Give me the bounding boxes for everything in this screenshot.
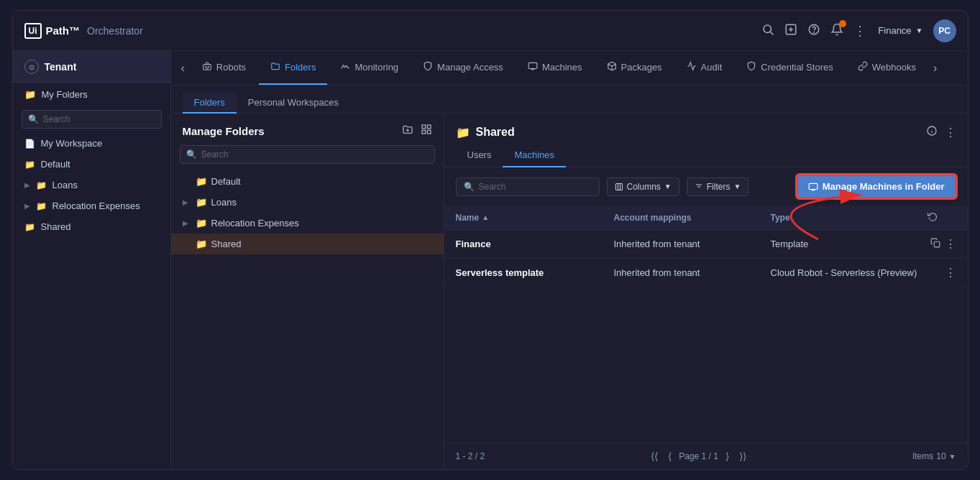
add-icon-btn[interactable] <box>784 23 797 38</box>
left-panel-header: Manage Folders <box>171 124 444 145</box>
pagination: 1 - 2 / 2 ⟨⟨ ⟨ Page 1 / 1 ⟩ ⟩⟩ Items 10 … <box>444 443 968 469</box>
search-icon-btn[interactable] <box>761 23 774 38</box>
toolbar-wrapper: 🔍 Columns ▼ Filters ▼ <box>444 167 968 206</box>
more-icon-btn[interactable]: ⋮ <box>853 24 866 37</box>
page-first-btn[interactable]: ⟨⟨ <box>648 449 661 463</box>
subtab-users[interactable]: Users <box>456 145 503 167</box>
right-panel-title-text: Shared <box>476 126 515 139</box>
table-row: Serverless template Inherited from tenan… <box>444 259 968 287</box>
tab-credential-stores-label: Credential Stores <box>761 62 833 73</box>
inner-tab-personal-workspaces[interactable]: Personal Workspaces <box>237 93 350 114</box>
columns-btn[interactable]: Columns ▼ <box>607 177 679 196</box>
col-type[interactable]: Type <box>771 211 928 223</box>
row2-more-btn[interactable]: ⋮ <box>945 266 956 280</box>
svg-point-0 <box>764 25 771 33</box>
page-next-btn[interactable]: ⟩ <box>723 449 732 463</box>
loans-caret: ▶ <box>183 198 191 206</box>
row1-copy-btn[interactable] <box>930 238 940 251</box>
sidebar-item-loans-label: Loans <box>52 180 78 190</box>
tree-item-loans[interactable]: ▶ 📁 Loans <box>171 192 444 213</box>
sidebar-search-input[interactable] <box>43 114 155 124</box>
filters-btn[interactable]: Filters ▼ <box>687 177 749 196</box>
tab-audit[interactable]: Audit <box>675 51 734 85</box>
sidebar-my-folders[interactable]: 📁 My Folders <box>13 83 170 106</box>
col-account-mappings[interactable]: Account mappings <box>614 211 771 223</box>
svg-rect-7 <box>203 65 211 70</box>
tab-credential-stores[interactable]: Credential Stores <box>735 51 844 85</box>
row1-name: Finance <box>456 239 614 249</box>
manage-access-tab-icon <box>423 61 433 73</box>
row1-more-btn[interactable]: ⋮ <box>945 237 956 251</box>
page-last-btn[interactable]: ⟩⟩ <box>736 449 749 463</box>
manage-machines-btn[interactable]: Manage Machines in Folder <box>797 175 956 198</box>
tenant-select[interactable]: Finance ▼ <box>878 25 922 36</box>
tree-item-default-label: Default <box>211 176 241 187</box>
avatar[interactable]: PC <box>933 19 956 42</box>
sidebar-item-loans[interactable]: ▶ 📁 Loans <box>13 175 170 195</box>
svg-rect-31 <box>934 241 940 247</box>
sidebar-item-my-workspace[interactable]: 📄 My Workspace <box>13 133 170 154</box>
tab-prev-btn[interactable]: ‹ <box>177 62 189 75</box>
logo-product: Path™ <box>46 24 81 37</box>
sidebar-tenant[interactable]: ⊙ Tenant <box>13 51 170 83</box>
content-area: ‹ Robots Folders Mon <box>171 51 968 469</box>
grid-view-btn[interactable] <box>421 124 432 138</box>
tab-monitoring[interactable]: Monitoring <box>329 51 410 85</box>
bell-icon-btn[interactable] <box>830 23 843 38</box>
col-name[interactable]: Name ▲ <box>456 211 614 223</box>
audit-tab-icon <box>687 61 697 73</box>
add-folder-btn[interactable] <box>402 124 413 138</box>
tree-item-shared[interactable]: 📁 Shared <box>171 234 444 254</box>
tree-item-shared-label: Shared <box>211 239 242 249</box>
sidebar-item-default-label: Default <box>41 159 70 170</box>
tree-item-default[interactable]: 📁 Default <box>171 171 444 192</box>
nav-icons: ⋮ <box>761 23 866 38</box>
notification-badge <box>839 20 846 27</box>
right-panel-actions: ⋮ <box>926 125 956 139</box>
refresh-btn[interactable] <box>928 211 938 223</box>
col-account-mappings-label: Account mappings <box>614 213 692 223</box>
inner-tabs: Folders Personal Workspaces <box>171 86 968 114</box>
inner-tab-folders[interactable]: Folders <box>183 93 237 114</box>
packages-tab-icon <box>607 61 617 73</box>
tab-manage-access[interactable]: Manage Access <box>411 51 515 85</box>
webhooks-tab-icon <box>858 61 868 73</box>
left-panel-search-input[interactable] <box>201 149 429 160</box>
right-panel-header: 📁 Shared ⋮ <box>444 114 968 145</box>
tab-machines[interactable]: Machines <box>516 51 594 85</box>
info-icon-btn[interactable] <box>926 125 938 139</box>
page-prev-btn[interactable]: ⟨ <box>665 449 674 463</box>
sidebar: ⊙ Tenant 📁 My Folders 🔍 📄 My Workspace 📁… <box>13 51 171 469</box>
subtab-users-label: Users <box>467 149 492 160</box>
inner-tab-personal-workspaces-label: Personal Workspaces <box>248 97 339 108</box>
subtab-machines-label: Machines <box>514 149 554 160</box>
sidebar-item-relocation-expenses[interactable]: ▶ 📁 Relocation Expenses <box>13 195 170 216</box>
robots-tab-icon <box>202 61 212 73</box>
tab-audit-label: Audit <box>701 62 723 73</box>
relocation-expand-arrow: ▶ <box>24 202 30 210</box>
help-icon-btn[interactable] <box>807 23 820 38</box>
tree-item-relocation-expenses[interactable]: ▶ 📁 Relocation Expenses <box>171 213 444 234</box>
shared-folder-icon: 📁 <box>196 239 207 249</box>
tab-next-btn[interactable]: › <box>929 62 941 75</box>
panel-more-btn[interactable]: ⋮ <box>945 125 956 139</box>
tab-packages[interactable]: Packages <box>595 51 674 85</box>
col-name-label: Name <box>456 213 480 223</box>
tab-robots[interactable]: Robots <box>191 51 257 85</box>
tab-webhooks[interactable]: Webhooks <box>846 51 928 85</box>
items-per-page: Items 10 ▼ <box>912 451 956 461</box>
columns-label: Columns <box>627 182 661 192</box>
svg-point-9 <box>208 67 209 68</box>
tenant-chevron-icon: ▼ <box>916 27 923 34</box>
sidebar-item-shared[interactable]: 📁 Shared <box>13 216 170 237</box>
sidebar-item-default[interactable]: 📁 Default <box>13 154 170 175</box>
subtab-machines[interactable]: Machines <box>503 145 566 167</box>
toolbar-search-input[interactable] <box>479 182 592 192</box>
relocation-folder-icon: 📁 <box>196 218 207 229</box>
tab-folders[interactable]: Folders <box>259 51 327 85</box>
toolbar: 🔍 Columns ▼ Filters ▼ <box>444 167 968 206</box>
row1-type: Template <box>771 239 928 249</box>
row1-actions: ⋮ <box>928 237 956 251</box>
svg-line-11 <box>612 64 615 66</box>
left-panel: Manage Folders 🔍 <box>171 114 444 469</box>
